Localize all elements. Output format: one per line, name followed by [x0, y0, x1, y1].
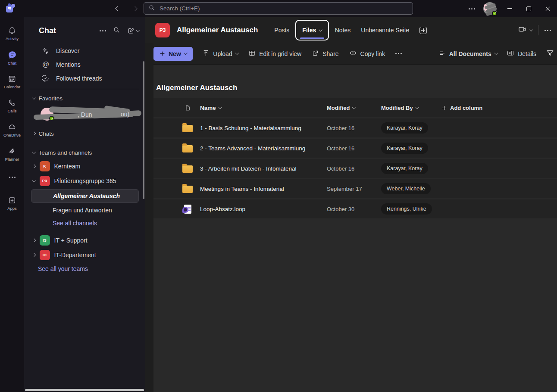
- favorite-chat-redacted[interactable]: , Dun ou): [40, 106, 141, 124]
- column-header-name[interactable]: Name: [200, 98, 221, 117]
- section-chats[interactable]: Chats: [24, 127, 145, 140]
- settings-more-icon[interactable]: [464, 0, 479, 17]
- profile-avatar[interactable]: [479, 0, 500, 17]
- sidebar-item-mentions[interactable]: @ Mentions: [24, 58, 145, 72]
- new-chat-icon[interactable]: [127, 27, 139, 34]
- app-rail: Activity Chat Calendar Calls OneDrive: [0, 17, 24, 392]
- search-placeholder: Search (Ctrl+E): [160, 5, 200, 12]
- nav-forward-icon[interactable]: [130, 3, 140, 14]
- share-button[interactable]: Share: [312, 50, 338, 58]
- modified-by-pill[interactable]: Weber, Michelle: [381, 183, 431, 194]
- files-table: Name Modified Modified By Add column: [153, 98, 557, 218]
- new-button[interactable]: New: [153, 47, 193, 61]
- sidebar-item-label: Discover: [56, 47, 79, 54]
- column-header-modified[interactable]: Modified: [327, 98, 355, 117]
- copy-link-button[interactable]: Copy link: [349, 49, 385, 58]
- link-icon: [349, 49, 357, 58]
- rail-item-apps[interactable]: Apps: [0, 191, 24, 215]
- meet-button[interactable]: [518, 25, 532, 35]
- section-label: Chats: [39, 131, 54, 137]
- rail-item-onedrive[interactable]: OneDrive: [0, 118, 24, 142]
- file-name-link[interactable]: 3 - Arbeiten mit Dateien - Infomaterial: [200, 159, 297, 178]
- file-name-link[interactable]: Meetings in Teams - Infomaterial: [200, 179, 284, 198]
- tab-files[interactable]: Files: [295, 20, 329, 40]
- upload-button[interactable]: Upload: [202, 50, 238, 58]
- maximize-button[interactable]: [519, 0, 538, 17]
- team-pilotierungsgruppe-365[interactable]: P3 Pilotierungsgruppe 365: [24, 174, 145, 188]
- team-name: Pilotierungsgruppe 365: [54, 177, 116, 184]
- modified-by-pill[interactable]: Karayar, Koray: [381, 122, 428, 134]
- modified-by-pill[interactable]: Rennings, Ulrike: [381, 203, 432, 215]
- tab-unbenannte-seite[interactable]: Unbenannte Seite: [356, 23, 414, 37]
- details-button[interactable]: Details: [507, 49, 536, 58]
- team-avatar: ID: [40, 250, 50, 260]
- rail-item-calls[interactable]: Calls: [0, 94, 24, 118]
- list-view-icon: [438, 50, 446, 58]
- team-avatar: IS: [40, 235, 50, 246]
- rail-item-chat[interactable]: Chat: [0, 46, 24, 70]
- file-type-column-icon[interactable]: [181, 98, 194, 117]
- file-row[interactable]: 1 - Basis Schulung - Materialsammlung Oc…: [153, 118, 557, 137]
- file-row[interactable]: 2 - Teams Advanced - Materialsammlung Oc…: [153, 139, 557, 158]
- see-all-channels-link[interactable]: See all channels: [24, 217, 145, 230]
- chat-sidebar: Chat Discover @ Mentions: [24, 17, 145, 392]
- view-selector[interactable]: All Documents: [438, 50, 498, 58]
- section-teams-and-channels[interactable]: Teams and channels: [24, 146, 145, 159]
- chevron-down-icon: [494, 51, 498, 55]
- channel-fragen-und-antworten[interactable]: Fragen und Antworten: [24, 204, 145, 217]
- rail-item-calendar[interactable]: Calendar: [0, 70, 24, 94]
- filter-icon[interactable]: [546, 49, 554, 59]
- section-favorites[interactable]: Favorites: [24, 92, 145, 105]
- tab-notes[interactable]: Notes: [330, 23, 356, 37]
- minimize-button[interactable]: [500, 0, 519, 17]
- file-row[interactable]: 3 - Arbeiten mit Dateien - Infomaterial …: [153, 159, 557, 178]
- chevron-down-icon: [184, 51, 188, 55]
- modified-by-pill[interactable]: Karayar, Koray: [381, 163, 428, 174]
- rail-more-apps-icon[interactable]: [0, 170, 24, 184]
- rail-label: Chat: [8, 61, 16, 65]
- tab-posts[interactable]: Posts: [269, 23, 294, 37]
- channel-name: Allgemeiner Austausch: [53, 193, 120, 199]
- active-tab-indicator: [300, 37, 324, 39]
- channel-more-icon[interactable]: [544, 30, 551, 31]
- sidebar-item-discover[interactable]: Discover: [24, 44, 145, 58]
- at-icon: @: [41, 61, 50, 68]
- rail-label: Planner: [5, 157, 19, 162]
- team-it-support[interactable]: IS IT + Support: [24, 233, 145, 248]
- file-name-link[interactable]: 1 - Basis Schulung - Materialsammlung: [200, 118, 301, 137]
- sidebar-search-icon[interactable]: [113, 26, 120, 35]
- divider: [30, 89, 139, 89]
- team-kernteam[interactable]: K Kernteam: [24, 159, 145, 174]
- chat-bubble-icon: [8, 50, 17, 59]
- rail-item-activity[interactable]: Activity: [0, 22, 24, 46]
- channel-title: Allgemeiner Austausch: [177, 26, 258, 34]
- add-column-button[interactable]: Add column: [441, 98, 482, 117]
- toolbar-more-icon[interactable]: [395, 53, 402, 54]
- bell-icon: [8, 26, 16, 35]
- file-name-link[interactable]: 2 - Teams Advanced - Materialsammlung: [200, 139, 305, 158]
- file-name-link[interactable]: Loop-Absatz.loop: [200, 199, 245, 218]
- sidebar-horizontal-scrollbar[interactable]: [25, 389, 144, 391]
- sidebar-item-label: Followed threads: [56, 75, 102, 82]
- rail-label: Apps: [7, 206, 17, 211]
- file-row[interactable]: Loop-Absatz.loop October 30 Rennings, Ul…: [153, 199, 557, 218]
- modified-by-pill[interactable]: Karayar, Koray: [381, 143, 428, 154]
- edit-in-grid-view-button[interactable]: Edit in grid view: [248, 50, 301, 58]
- column-header-modified-by[interactable]: Modified By: [381, 98, 418, 117]
- add-tab-icon[interactable]: [419, 27, 427, 34]
- files-content: Allgemeiner Austausch Name Modified: [153, 65, 557, 392]
- sidebar-item-followed-threads[interactable]: Followed threads: [24, 72, 145, 85]
- nav-back-icon[interactable]: [113, 3, 122, 14]
- team-it-departement[interactable]: ID IT-Departement: [24, 248, 145, 262]
- close-button[interactable]: [538, 0, 557, 17]
- channel-allgemeiner-austausch[interactable]: Allgemeiner Austausch: [31, 189, 139, 203]
- table-header-row: Name Modified Modified By Add column: [153, 98, 557, 117]
- search-input[interactable]: Search (Ctrl+E): [144, 2, 413, 15]
- rail-item-planner[interactable]: Planner: [0, 142, 24, 166]
- file-modified-date: September 17: [327, 179, 362, 198]
- file-row[interactable]: Meetings in Teams - Infomaterial Septemb…: [153, 179, 557, 198]
- see-all-your-teams-link[interactable]: See all your teams: [24, 262, 145, 275]
- sidebar-more-icon[interactable]: [100, 30, 106, 31]
- redacted-text-fragment: , Dun: [78, 111, 92, 118]
- sidebar-scrollbar[interactable]: [143, 61, 144, 199]
